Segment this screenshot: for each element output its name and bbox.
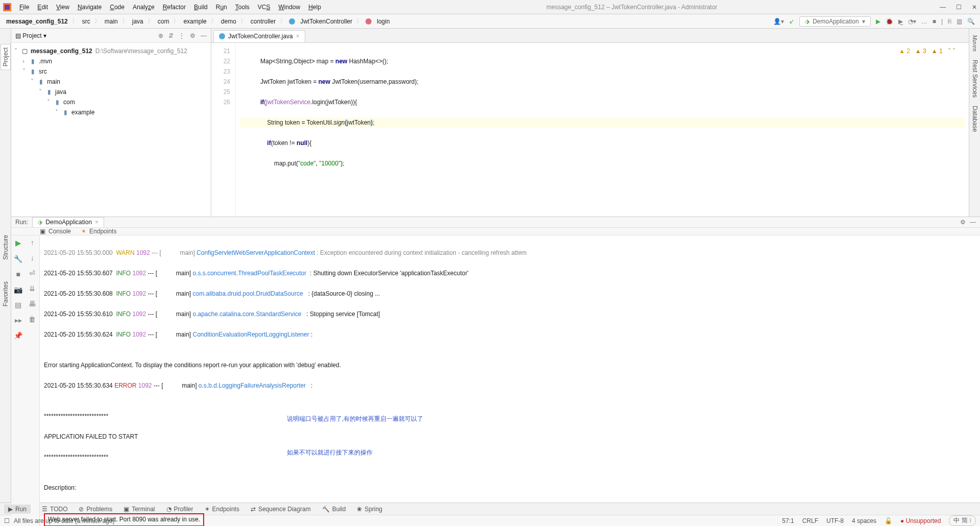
line-gutter: 212223 242526 xyxy=(211,43,236,217)
collapse-all-icon[interactable]: ⋮ xyxy=(179,32,185,39)
code-content[interactable]: Map<String,Object> map = new HashMap<>()… xyxy=(236,43,969,217)
tool-icon[interactable]: 🔧 xyxy=(14,255,22,263)
right-rail-database[interactable]: Database xyxy=(970,103,979,135)
pin-icon[interactable]: 📌 xyxy=(14,331,22,340)
crumb-method[interactable]: login xyxy=(376,18,390,25)
tree-main[interactable]: ˅▮main xyxy=(14,77,208,87)
maximize-button[interactable]: ☐ xyxy=(956,4,962,11)
attach-button[interactable]: … xyxy=(921,18,927,25)
inspection-summary[interactable]: ▲ 2 ▲ 3 ▲ 1 ˄ ˅ xyxy=(899,46,955,56)
menu-view[interactable]: View xyxy=(53,3,72,12)
crumb-src[interactable]: src xyxy=(81,18,91,25)
console-output[interactable]: 2021-05-20 15:55:30.000 WARN 1092 --- [ … xyxy=(40,235,980,526)
tree-com[interactable]: ˅▮com xyxy=(14,97,208,107)
coverage-button[interactable]: ▶̲ xyxy=(898,18,903,25)
window-title: message_config_512 – JwtTokenController.… xyxy=(324,4,940,11)
menu-build[interactable]: Build xyxy=(191,3,211,12)
user-icon[interactable]: 👤▾ xyxy=(773,18,784,25)
menu-edit[interactable]: Edit xyxy=(34,3,51,12)
idea-logo-icon xyxy=(3,3,11,11)
bottom-run[interactable]: ▶ Run xyxy=(4,505,31,514)
console-tab[interactable]: ▣ Console xyxy=(40,228,71,235)
menu-help[interactable]: Help xyxy=(305,3,324,12)
port-error-highlight: Web server failed to start. Port 8090 wa… xyxy=(44,513,204,526)
crumb-main[interactable]: main xyxy=(104,18,119,25)
main-menu-bar: File Edit View Navigate Code Analyze Ref… xyxy=(16,3,324,12)
crumb-controller[interactable]: controller xyxy=(250,18,277,25)
debug-button[interactable]: 🐞 xyxy=(886,18,893,25)
scroll-icon[interactable]: ⇊ xyxy=(29,284,35,293)
expand-all-icon[interactable]: ⇵ xyxy=(168,32,174,39)
wrap-icon[interactable]: ⏎ xyxy=(29,269,35,277)
run-config-selector[interactable]: ⬗DemoApplication▾ xyxy=(799,16,871,27)
run-settings-icon[interactable]: ⚙ xyxy=(960,219,966,226)
project-view-selector[interactable]: ▤ Project ▾ xyxy=(15,32,46,39)
filter-icon[interactable]: ▸▸ xyxy=(15,316,22,324)
separator-icon: | xyxy=(941,18,943,25)
right-rail-rest[interactable]: Rest Services xyxy=(970,57,979,101)
left-rail-favorites[interactable]: Favorites xyxy=(1,278,10,309)
crumb-java[interactable]: java xyxy=(131,18,144,25)
crumb-class[interactable]: JwtTokenController xyxy=(299,18,353,25)
git-icon[interactable]: ⎘ xyxy=(948,18,951,25)
tree-example[interactable]: ˅▮example xyxy=(14,107,208,117)
close-button[interactable]: ✕ xyxy=(972,4,977,11)
up-icon[interactable]: ↑ xyxy=(31,238,34,247)
down-icon[interactable]: ↓ xyxy=(31,254,34,262)
status-notif-icon[interactable]: ☐ xyxy=(4,517,10,524)
menu-navigate[interactable]: Navigate xyxy=(75,3,105,12)
camera-icon[interactable]: 📷 xyxy=(14,285,22,294)
svg-rect-1 xyxy=(5,5,10,10)
menu-vcs[interactable]: VCS xyxy=(255,3,274,12)
left-rail-project[interactable]: Project xyxy=(1,44,11,70)
layout-icon[interactable]: ▥ xyxy=(957,18,962,25)
tree-root[interactable]: ˅▢message_config_512D:\Software\message_… xyxy=(14,46,208,56)
method-icon xyxy=(365,18,372,25)
tree-src[interactable]: ˅▮src xyxy=(14,66,208,77)
project-tool-window: ▤ Project ▾ ⊕ ⇵ ⋮ ⚙ — ˅▢message_config_5… xyxy=(11,29,211,217)
menu-tools[interactable]: Tools xyxy=(232,3,253,12)
annotation-text: 说明端口号被占用了,有的时候再重启一遍就可以了 如果不可以就进行接下来的操作 xyxy=(287,391,423,469)
vcs-update-icon[interactable]: ↙ xyxy=(789,18,794,25)
run-button[interactable]: ▶ xyxy=(876,18,880,25)
left-rail-structure[interactable]: Structure xyxy=(1,232,10,263)
minimize-button[interactable]: — xyxy=(940,4,946,11)
layout-icon[interactable]: ▤ xyxy=(15,301,21,309)
menu-refactor[interactable]: Refactor xyxy=(160,3,189,12)
menu-file[interactable]: File xyxy=(16,3,32,12)
crumb-demo[interactable]: demo xyxy=(220,18,237,25)
right-rail-maven[interactable]: Maven xyxy=(970,32,979,55)
code-editor[interactable]: 212223 242526 Map<String,Object> map = n… xyxy=(211,43,969,217)
search-icon[interactable]: 🔍 xyxy=(967,18,975,25)
menu-window[interactable]: Window xyxy=(275,3,303,12)
close-tab-icon[interactable]: × xyxy=(296,33,300,40)
crumb-example[interactable]: example xyxy=(182,18,207,25)
run-label: Run: xyxy=(15,219,28,226)
settings-icon[interactable]: ⚙ xyxy=(190,32,195,39)
run-tab[interactable]: ⬗DemoApplication× xyxy=(32,217,104,227)
tree-java[interactable]: ˅▮java xyxy=(14,87,208,97)
clear-icon[interactable]: 🗑 xyxy=(29,315,36,323)
stop-button[interactable]: ■ xyxy=(933,18,936,25)
tree-mvn[interactable]: ›▮.mvn xyxy=(14,56,208,66)
profile-button[interactable]: ◔▾ xyxy=(908,18,916,25)
java-class-icon xyxy=(219,33,225,39)
endpoints-tab[interactable]: ✶ Endpoints xyxy=(81,228,116,235)
class-icon xyxy=(289,18,295,25)
breadcrumb[interactable]: message_config_512〉 src〉 main〉 java〉 com… xyxy=(5,17,391,26)
run-hide-icon[interactable]: — xyxy=(970,219,976,226)
select-opened-icon[interactable]: ⊕ xyxy=(158,32,163,39)
close-run-tab-icon[interactable]: × xyxy=(95,219,99,226)
editor-tab[interactable]: JwtTokenController.java × xyxy=(213,30,305,42)
crumb-com[interactable]: com xyxy=(157,18,170,25)
print-icon[interactable]: 🖶 xyxy=(29,300,36,308)
hide-icon[interactable]: — xyxy=(201,32,207,39)
crumb-root[interactable]: message_config_512 xyxy=(5,18,69,25)
stop-icon[interactable]: ■ xyxy=(16,270,20,278)
menu-run[interactable]: Run xyxy=(213,3,230,12)
menu-code[interactable]: Code xyxy=(107,3,128,12)
rerun-icon[interactable]: ▶ xyxy=(15,238,21,248)
menu-analyze[interactable]: Analyze xyxy=(130,3,158,12)
